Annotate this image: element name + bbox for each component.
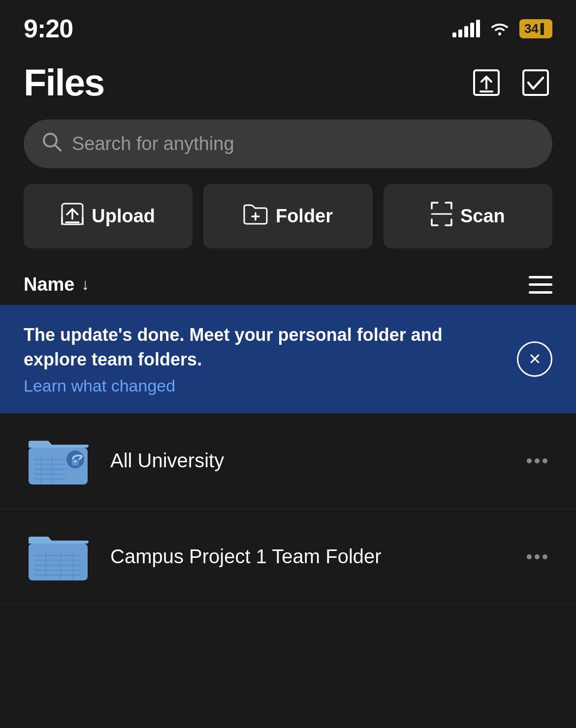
- select-header-icon: [521, 68, 550, 97]
- close-icon: ✕: [528, 351, 542, 367]
- upload-header-button[interactable]: [470, 66, 503, 99]
- view-toggle-button[interactable]: [529, 276, 552, 294]
- status-time: 9:20: [24, 14, 73, 43]
- search-bar[interactable]: Search for anything: [24, 120, 552, 168]
- banner-close-button[interactable]: ✕: [517, 341, 552, 377]
- upload-icon: [61, 203, 84, 230]
- banner-text: The update's done. Meet your personal fo…: [24, 323, 505, 395]
- folder-icon-wrap: [24, 429, 93, 493]
- upload-button[interactable]: Upload: [24, 184, 192, 248]
- action-buttons-row: Upload Folder Scan: [0, 184, 576, 264]
- file-name: All University: [110, 450, 522, 472]
- status-bar: 9:20 34 ▌: [0, 0, 576, 51]
- sort-name-button[interactable]: Name ↓: [24, 274, 90, 295]
- folder-icon: [26, 530, 90, 584]
- list-item[interactable]: All University: [0, 413, 576, 509]
- sort-direction-icon: ↓: [82, 275, 90, 294]
- upload-header-icon: [472, 68, 501, 97]
- file-more-button[interactable]: [522, 454, 552, 468]
- banner-main-text: The update's done. Meet your personal fo…: [24, 323, 505, 372]
- file-list: All University: [0, 413, 576, 605]
- page-title: Files: [24, 61, 104, 104]
- folder-button[interactable]: Folder: [203, 184, 372, 248]
- list-item[interactable]: Campus Project 1 Team Folder: [0, 509, 576, 605]
- page-header: Files: [0, 51, 576, 116]
- file-more-button[interactable]: [522, 549, 552, 564]
- folder-icon: [26, 434, 90, 488]
- update-banner: The update's done. Meet your personal fo…: [0, 305, 576, 413]
- scan-button[interactable]: Scan: [384, 184, 552, 248]
- sort-label-text: Name: [24, 274, 75, 295]
- search-placeholder: Search for anything: [72, 133, 234, 154]
- header-actions: [470, 66, 552, 99]
- file-name: Campus Project 1 Team Folder: [110, 546, 522, 568]
- banner-learn-link[interactable]: Learn what changed: [24, 376, 175, 395]
- status-icons: 34 ▌: [452, 19, 552, 38]
- search-container: Search for anything: [0, 116, 576, 184]
- sort-header: Name ↓: [0, 264, 576, 305]
- folder-icon-wrap: [24, 525, 93, 589]
- scan-icon: [431, 202, 452, 231]
- battery-indicator: 34 ▌: [519, 19, 552, 38]
- svg-rect-4: [523, 70, 548, 95]
- folder-button-label: Folder: [276, 206, 333, 227]
- select-header-button[interactable]: [519, 66, 552, 99]
- wifi-icon: [489, 21, 511, 36]
- svg-point-0: [498, 32, 501, 35]
- search-icon: [41, 131, 62, 156]
- svg-line-6: [55, 145, 61, 151]
- svg-point-18: [74, 460, 77, 462]
- signal-icon: [452, 20, 480, 37]
- scan-button-label: Scan: [460, 206, 505, 227]
- folder-add-icon: [243, 203, 268, 229]
- upload-button-label: Upload: [92, 206, 155, 227]
